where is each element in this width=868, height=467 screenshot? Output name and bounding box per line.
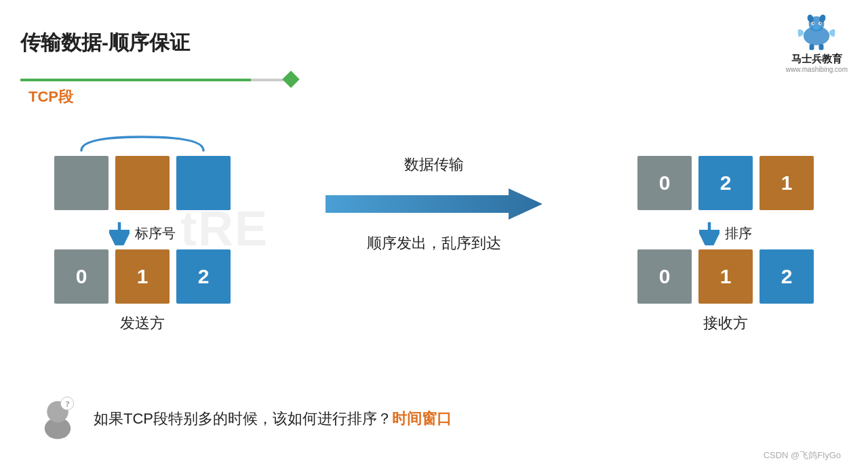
svg-marker-13 — [326, 188, 542, 220]
svg-point-8 — [813, 25, 821, 30]
receiver-box-2-top: 2 — [698, 156, 753, 210]
sender-box-0-top — [54, 156, 108, 210]
highlight-answer: 时间窗口 — [392, 410, 452, 427]
logo-area: 马士兵教育 www.mashibing.com — [786, 12, 848, 73]
svg-point-5 — [813, 22, 814, 24]
receiver-box-0-top: 0 — [637, 156, 692, 210]
diagram-area: 标序号 0 1 2 发送方 数据传输 顺序发出，乱序到达 0 — [0, 114, 868, 333]
bottom-section: ? 如果TCP段特别多的时候，该如何进行排序？时间窗口 — [0, 395, 868, 443]
svg-text:?: ? — [65, 399, 69, 409]
sender-arrow-label: 标序号 — [135, 224, 176, 243]
receiver-top-boxes: 0 2 1 — [637, 156, 814, 210]
receiver-box-2: 2 — [760, 249, 814, 304]
header: 传输数据-顺序保证 马士兵教育 — [0, 0, 868, 73]
disorder-label: 顺序发出，乱序到达 — [367, 233, 501, 253]
brace-svg — [75, 134, 210, 153]
svg-rect-10 — [819, 44, 824, 50]
receiver-bottom-boxes: 0 1 2 — [637, 249, 814, 304]
logo-name: 马士兵教育 — [791, 53, 842, 66]
data-transfer-label: 数据传输 — [404, 155, 464, 175]
progress-bar — [20, 79, 292, 81]
receiver-label: 接收方 — [703, 313, 748, 333]
sender-box-1: 1 — [115, 249, 170, 304]
sender-top-boxes — [54, 156, 231, 210]
receiver-arrow-down — [699, 221, 719, 245]
svg-point-7 — [820, 22, 821, 24]
page-title: 传输数据-顺序保证 — [20, 29, 190, 57]
sender-arrow-row: 标序号 — [109, 221, 176, 245]
bottom-question: 如果TCP段特别多的时候，该如何进行排序？时间窗口 — [94, 409, 452, 429]
receiver-box-1-top: 1 — [760, 156, 814, 210]
sender-box-1-top — [115, 156, 170, 210]
sender-arrow-down — [109, 221, 130, 245]
progress-marker — [282, 70, 299, 87]
big-arrow-svg — [326, 186, 542, 222]
receiver-box-1: 1 — [698, 249, 753, 304]
logo-sub: www.mashibing.com — [786, 66, 848, 73]
question-text: 如果TCP段特别多的时候，该如何进行排序？ — [94, 410, 392, 427]
svg-rect-9 — [810, 44, 814, 50]
tcp-label: TCP段 — [28, 87, 868, 107]
progress-bar-container — [0, 73, 868, 81]
receiver-section: 0 2 1 排序 0 1 2 接收方 — [610, 134, 841, 333]
receiver-box-0: 0 — [637, 249, 692, 304]
sender-section: 标序号 0 1 2 发送方 — [27, 134, 258, 333]
receiver-arrow-label: 排序 — [725, 224, 752, 243]
sender-box-2: 2 — [176, 249, 231, 304]
receiver-arrow-row: 排序 — [699, 221, 752, 245]
sender-label: 发送方 — [120, 313, 165, 333]
brace-top — [51, 134, 234, 153]
person-icon: ? — [34, 395, 81, 443]
sender-bottom-boxes: 0 1 2 — [54, 249, 231, 304]
middle-section: 数据传输 顺序发出，乱序到达 — [258, 155, 610, 253]
sender-box-2-top — [176, 156, 231, 210]
csdn-credit: CSDN @飞鸽FlyGo — [764, 449, 841, 462]
logo-icon — [793, 12, 840, 53]
sender-box-0: 0 — [54, 249, 108, 304]
